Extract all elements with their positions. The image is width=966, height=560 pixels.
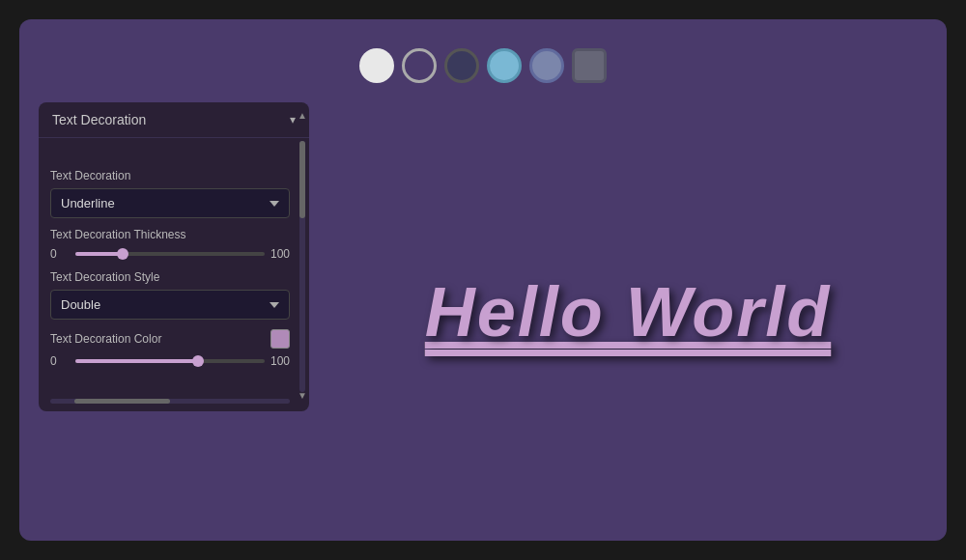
preview-text: Hello World [425, 272, 832, 351]
text-decoration-label: Text Decoration [50, 169, 290, 182]
color-slider-row: 0 100 [50, 354, 290, 368]
style-label: Text Decoration Style [50, 270, 290, 284]
nav-circle-2[interactable] [402, 48, 437, 83]
color-fill [75, 359, 198, 363]
bottom-scrollbar[interactable] [50, 399, 290, 404]
scroll-up-arrow[interactable]: ▲ [298, 110, 307, 120]
preview-area: Hello World [328, 102, 927, 521]
nav-circle-5[interactable] [529, 48, 564, 83]
nav-circle-6[interactable] [572, 48, 607, 83]
color-min: 0 [50, 354, 70, 368]
thickness-label: Text Decoration Thickness [50, 228, 290, 241]
left-panel: Text Decoration ▾ Text Decoration None U… [39, 102, 309, 411]
color-section: Text Decoration Color 0 100 [50, 329, 290, 368]
color-label: Text Decoration Color [50, 332, 161, 346]
color-thumb[interactable] [192, 355, 204, 367]
color-row: Text Decoration Color [50, 329, 290, 349]
text-decoration-select[interactable]: None Underline Overline Line-through [50, 188, 290, 218]
panel-title: Text Decoration [52, 112, 146, 127]
scroll-arrows: ▲ ▼ [298, 110, 307, 400]
thickness-track[interactable] [75, 252, 265, 256]
panel-chevron-icon[interactable]: ▾ [290, 113, 296, 126]
thickness-thumb[interactable] [117, 248, 128, 260]
thickness-min: 0 [50, 247, 70, 261]
color-track[interactable] [75, 359, 265, 363]
nav-circle-3[interactable] [444, 48, 479, 83]
thickness-fill [75, 252, 123, 256]
app-window: Text Decoration ▾ Text Decoration None U… [19, 19, 947, 541]
nav-circle-1[interactable] [359, 48, 394, 83]
bottom-scrollbar-thumb[interactable] [74, 399, 170, 404]
circles-nav [359, 48, 607, 83]
thickness-section: Text Decoration Thickness 0 100 [50, 228, 290, 261]
thickness-slider-row: 0 100 [50, 247, 290, 261]
panel-body: Text Decoration None Underline Overline … [39, 148, 309, 379]
scroll-down-arrow[interactable]: ▼ [298, 390, 307, 400]
nav-circle-4[interactable] [487, 48, 522, 83]
color-swatch[interactable] [270, 329, 290, 349]
thickness-max: 100 [270, 247, 290, 261]
main-content: Text Decoration ▾ Text Decoration None U… [39, 102, 927, 521]
text-decoration-style-select[interactable]: Solid Double Dotted Dashed Wavy [50, 290, 290, 320]
panel-header[interactable]: Text Decoration ▾ [39, 102, 309, 138]
color-max: 100 [270, 354, 290, 368]
